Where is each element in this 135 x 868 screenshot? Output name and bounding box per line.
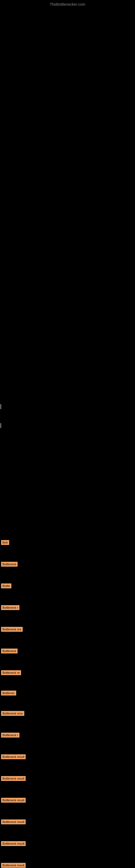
cursor-line-2	[1, 423, 1, 428]
bottleneck-result-item[interactable]: Bottleneck resu	[1, 711, 24, 716]
site-title: TheBottlenecker.com	[50, 2, 85, 6]
bottleneck-result-item[interactable]: Bottlenec	[1, 691, 16, 695]
bottleneck-result-item[interactable]: Bottleneck result	[1, 863, 26, 868]
bottleneck-result-item[interactable]: Bottleneck result	[1, 754, 26, 759]
bottleneck-result-item[interactable]: Bottleneck result	[1, 776, 26, 781]
bottleneck-result-item[interactable]: Bottleneck res	[1, 627, 23, 632]
bottleneck-result-item[interactable]: Bott	[1, 540, 9, 545]
bottleneck-result-item[interactable]: Bottleneck r	[1, 733, 19, 738]
bottleneck-result-item[interactable]: Bottleneck result	[1, 798, 26, 803]
bottleneck-result-item[interactable]: Bottleneck	[1, 649, 17, 653]
bottleneck-result-item[interactable]: Bottleneck result	[1, 841, 26, 846]
bottleneck-result-item[interactable]: Bottleneck result	[1, 819, 26, 824]
bottleneck-result-item[interactable]: Bottleneck r	[1, 605, 19, 610]
bottleneck-result-item[interactable]: Bottleneck	[1, 562, 17, 567]
bottleneck-result-item[interactable]: Bottleneck re	[1, 670, 21, 675]
bottleneck-result-item[interactable]: Bottle	[1, 584, 11, 588]
cursor-line-1	[1, 404, 1, 409]
